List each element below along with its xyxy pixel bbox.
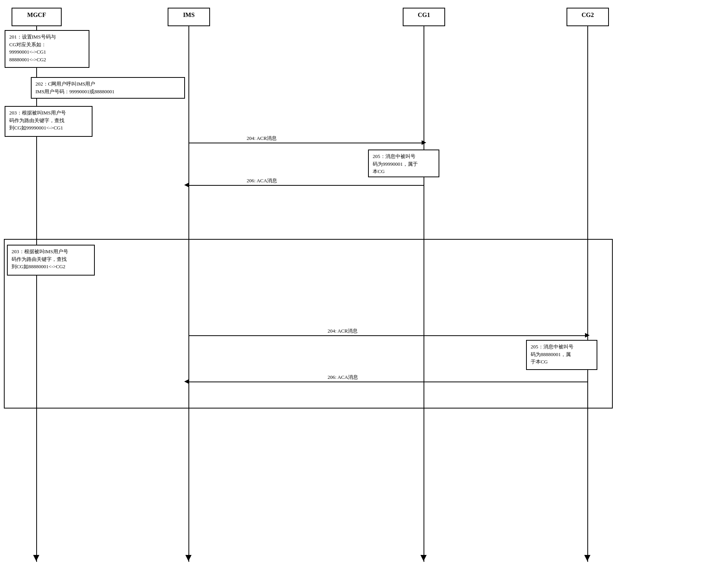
annotation-203b: 203：根据被叫IMS用户号码作为路由关键字，查找到CG如88880001<->…: [7, 245, 95, 276]
arrow-aca1-label: 206: ACA消息: [247, 177, 277, 184]
lifeline-mgcf-end: [33, 555, 39, 561]
annotation-205b: 205：消息中被叫号码为88880001，属于本CG: [526, 340, 597, 370]
annotation-202: 202：C网用户呼叫IMS用户IMS用户号码：99990001或88880001: [31, 77, 185, 99]
arrow-acr1-head: [422, 140, 426, 145]
annotation-201: 201：设置IMS号码与CG对应关系如：99990001<->CG1888800…: [5, 30, 89, 68]
sequence-diagram: MGCF IMS CG1 CG2 201：设置IMS号码与CG对应关系如：999…: [0, 0, 728, 580]
arrow-aca1-line: [189, 185, 424, 186]
annotation-205a: 205：消息中被叫号码为99990001，属于本CG: [368, 150, 439, 177]
arrow-acr1-line: [189, 143, 424, 143]
arrow-acr2-line: [189, 335, 588, 336]
outer-loop-box: [4, 239, 613, 409]
lifeline-ims-end: [185, 555, 192, 561]
arrow-acr2-head: [585, 333, 590, 338]
arrow-acr1-label: 204: ACR消息: [247, 135, 277, 142]
entity-cg1: CG1: [403, 8, 445, 26]
arrow-aca2-head: [184, 379, 189, 384]
arrow-aca1-head: [184, 183, 189, 187]
arrow-acr2-label: 204: ACR消息: [328, 328, 358, 335]
entity-ims: IMS: [168, 8, 210, 26]
annotation-203a: 203：根据被叫IMS用户号码作为路由关键字，查找到CG如99990001<->…: [5, 106, 92, 137]
entity-mgcf: MGCF: [12, 8, 62, 26]
arrow-aca2-label: 206: ACA消息: [328, 374, 358, 381]
entity-cg2: CG2: [567, 8, 609, 26]
lifeline-cg1-end: [420, 555, 427, 561]
lifeline-cg2-end: [584, 555, 590, 561]
arrow-aca2-line: [189, 382, 588, 382]
